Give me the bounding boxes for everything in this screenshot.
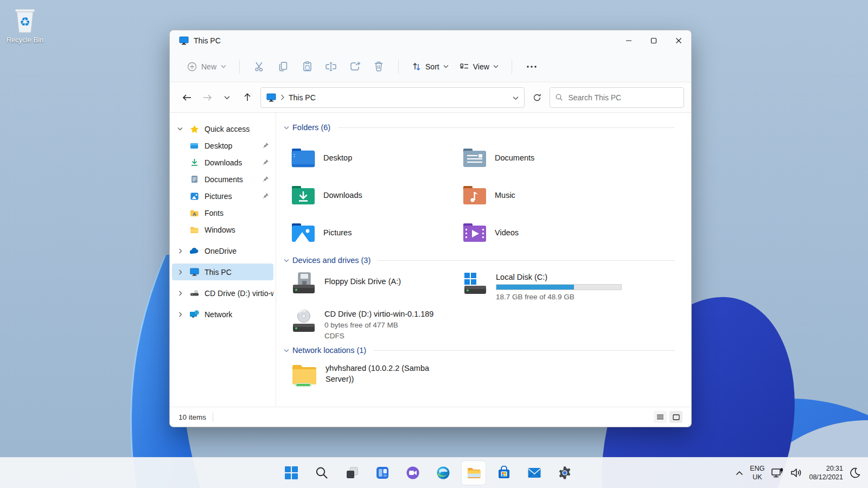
recycle-bin-shortcut[interactable]: ♻ Recycle Bin xyxy=(2,5,48,44)
sidebar-item-downloads[interactable]: Downloads xyxy=(172,154,273,171)
folders-grid: Desktop Documents xyxy=(291,139,684,251)
large-icons-view-button[interactable] xyxy=(669,411,682,423)
up-button[interactable] xyxy=(237,88,257,107)
view-button-label: View xyxy=(473,62,489,71)
network-folder-icon xyxy=(291,363,318,389)
drive-name: Local Disk (C:) xyxy=(496,273,622,281)
address-dropdown-button[interactable] xyxy=(513,93,519,102)
folder-name: Desktop xyxy=(323,153,352,162)
sort-button[interactable]: Sort xyxy=(406,59,454,75)
taskbar-settings-button[interactable] xyxy=(553,461,577,485)
section-devices[interactable]: Devices and drives (3) xyxy=(284,254,684,266)
forward-button[interactable] xyxy=(197,88,217,107)
taskbar-file-explorer-button[interactable] xyxy=(462,461,486,485)
sidebar-item-cd-drive[interactable]: CD Drive (D:) virtio-w xyxy=(172,285,273,301)
chevron-down-icon xyxy=(284,349,289,352)
new-button-label: New xyxy=(201,62,216,71)
search-input[interactable] xyxy=(568,93,678,102)
folder-tile-videos[interactable]: Videos xyxy=(462,214,684,251)
network-tray-button[interactable] xyxy=(771,467,784,478)
sidebar-item-onedrive[interactable]: OneDrive xyxy=(172,242,273,259)
titlebar[interactable]: This PC xyxy=(170,30,691,51)
details-view-button[interactable] xyxy=(654,411,667,423)
drive-tile-cd[interactable]: CD Drive (D:) virtio-win-0.1.189 0 bytes… xyxy=(291,309,462,340)
sidebar-item-label: Downloads xyxy=(205,158,242,167)
recent-locations-button[interactable] xyxy=(217,88,237,107)
file-explorer-icon xyxy=(467,466,481,480)
language-indicator[interactable]: ENG UK xyxy=(750,464,764,482)
floppy-drive-icon xyxy=(291,272,317,296)
refresh-button[interactable] xyxy=(527,88,547,107)
taskbar-task-view-button[interactable] xyxy=(340,461,364,485)
rename-icon xyxy=(325,61,337,72)
sidebar-item-fonts[interactable]: A Fonts xyxy=(172,204,273,221)
chevron-down-icon xyxy=(513,96,519,100)
documents-folder-icon xyxy=(462,146,487,169)
folder-tile-downloads[interactable]: Downloads xyxy=(291,176,462,214)
network-share-tile[interactable]: yhvhshared (10.0.2.2 (Samba Server)) xyxy=(291,363,684,389)
maximize-icon xyxy=(650,37,657,44)
section-network[interactable]: Network locations (1) xyxy=(284,344,684,356)
ellipsis-icon xyxy=(527,66,537,68)
pictures-icon xyxy=(190,192,199,200)
section-folders[interactable]: Folders (6) xyxy=(284,121,684,133)
sidebar-item-documents[interactable]: Documents xyxy=(172,171,273,188)
file-explorer-window: This PC New xyxy=(169,30,692,427)
sidebar-item-pictures[interactable]: Pictures xyxy=(172,188,273,204)
pin-icon xyxy=(262,159,269,166)
drive-tile-floppy[interactable]: Floppy Disk Drive (A:) xyxy=(291,272,462,301)
minimize-button[interactable] xyxy=(616,30,641,51)
taskbar-search-button[interactable] xyxy=(310,461,334,485)
sidebar-item-label: Network xyxy=(205,310,232,319)
clock[interactable]: 20:31 08/12/2021 xyxy=(809,464,843,482)
folder-name: Videos xyxy=(495,228,519,237)
pin-icon xyxy=(262,143,269,149)
section-rule xyxy=(374,350,675,351)
volume-tray-button[interactable] xyxy=(790,468,802,478)
taskbar: ENG UK 20:31 xyxy=(0,457,868,488)
delete-button[interactable] xyxy=(367,57,391,76)
drive-tile-local-disk[interactable]: Local Disk (C:) 18.7 GB free of 48.9 GB xyxy=(462,272,684,301)
navigation-pane: Quick access Desktop Downloads Documents xyxy=(170,113,276,407)
sidebar-item-this-pc[interactable]: This PC xyxy=(172,264,273,280)
taskbar-widgets-button[interactable] xyxy=(371,461,394,485)
breadcrumb-location[interactable]: This PC xyxy=(289,93,316,102)
sidebar-item-network[interactable]: Network xyxy=(172,306,273,323)
back-button[interactable] xyxy=(177,88,197,107)
copy-button[interactable] xyxy=(271,57,295,76)
cd-drive-icon xyxy=(190,290,199,297)
focus-assist-button[interactable] xyxy=(850,467,860,478)
moon-icon xyxy=(850,467,860,478)
tray-show-hidden-icons-button[interactable] xyxy=(736,471,743,476)
address-bar[interactable]: This PC xyxy=(260,87,525,108)
cut-button[interactable] xyxy=(247,57,271,76)
more-options-button[interactable] xyxy=(520,57,544,76)
drive-filesystem: CDFS xyxy=(324,332,433,340)
sidebar-item-windows[interactable]: Windows xyxy=(172,221,273,238)
maximize-button[interactable] xyxy=(641,30,666,51)
disk-usage-fill xyxy=(496,285,574,290)
sidebar-item-label: Quick access xyxy=(205,125,250,133)
taskbar-mail-button[interactable] xyxy=(522,461,546,485)
close-button[interactable] xyxy=(666,30,691,51)
sidebar-item-quick-access[interactable]: Quick access xyxy=(172,120,273,137)
taskbar-edge-button[interactable] xyxy=(431,461,455,485)
large-icons-view-icon xyxy=(673,414,680,420)
folder-tile-music[interactable]: Music xyxy=(462,176,684,214)
rename-button[interactable] xyxy=(319,57,343,76)
folder-tile-pictures[interactable]: Pictures xyxy=(291,214,462,251)
mail-icon xyxy=(527,467,541,479)
paste-button[interactable] xyxy=(295,57,319,76)
taskbar-start-button[interactable] xyxy=(279,461,303,485)
taskbar-store-button[interactable] xyxy=(492,461,516,485)
taskbar-chat-button[interactable] xyxy=(401,461,425,485)
minimize-icon xyxy=(626,37,632,44)
folder-tile-documents[interactable]: Documents xyxy=(462,139,684,176)
folder-tile-desktop[interactable]: Desktop xyxy=(291,139,462,176)
view-button[interactable]: View xyxy=(454,59,504,74)
folder-icon xyxy=(190,226,199,234)
sidebar-item-desktop[interactable]: Desktop xyxy=(172,137,273,154)
share-button[interactable] xyxy=(343,57,367,76)
search-box[interactable] xyxy=(550,87,684,108)
new-button[interactable]: New xyxy=(182,59,232,75)
